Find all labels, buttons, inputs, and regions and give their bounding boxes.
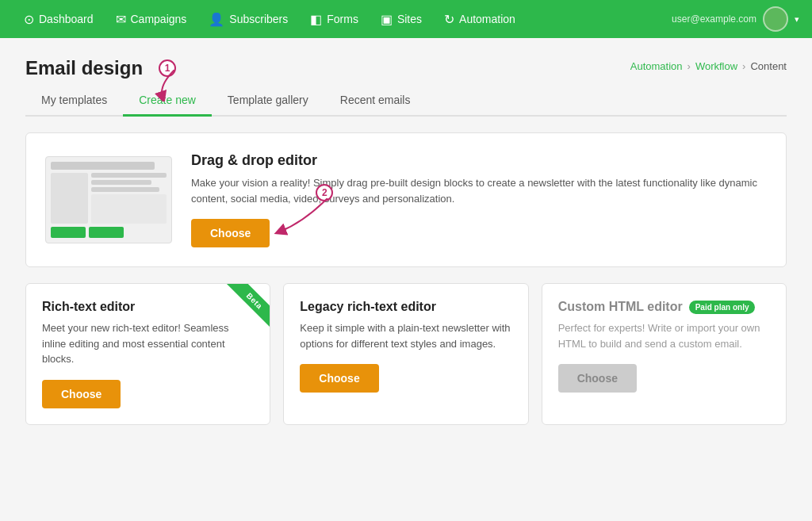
tab-my-templates[interactable]: My templates bbox=[25, 86, 123, 117]
user-email: user@example.com bbox=[672, 13, 756, 25]
drag-drop-card: Drag & drop editor Make your vision a re… bbox=[25, 132, 787, 267]
card-preview bbox=[45, 156, 172, 243]
bottom-cards-row: Beta Rich-text editor Meet your new rich… bbox=[25, 283, 787, 425]
choose-button-wrapper: Choose 2 bbox=[191, 219, 270, 247]
preview-bar-1 bbox=[51, 162, 155, 170]
custom-html-title: Custom HTML editor bbox=[558, 300, 683, 314]
custom-html-card: Custom HTML editor Paid plan only Perfec… bbox=[542, 283, 787, 425]
drag-drop-choose-button[interactable]: Choose bbox=[191, 219, 270, 247]
breadcrumb-automation[interactable]: Automation bbox=[630, 60, 683, 72]
chevron-down-icon: ▾ bbox=[795, 14, 799, 25]
drag-drop-desc: Make your vision a reality! Simply drag … bbox=[191, 175, 767, 206]
campaigns-icon: ✉ bbox=[116, 12, 126, 27]
drag-drop-title: Drag & drop editor bbox=[191, 152, 767, 169]
nav-forms[interactable]: ◧ Forms bbox=[299, 0, 370, 38]
preview-col-2 bbox=[91, 173, 167, 224]
custom-html-choose-button: Choose bbox=[558, 364, 637, 393]
nav-sites[interactable]: ▣ Sites bbox=[370, 0, 433, 38]
breadcrumb-content: Content bbox=[750, 60, 787, 72]
nav-dashboard[interactable]: ⊙ Dashboard bbox=[13, 0, 105, 38]
rich-text-choose-button[interactable]: Choose bbox=[42, 380, 121, 408]
tab-template-gallery[interactable]: Template gallery bbox=[212, 86, 324, 117]
user-menu[interactable]: user@example.com ▾ bbox=[672, 6, 799, 32]
navbar: ⊙ Dashboard ✉ Campaigns 👤 Subscribers ◧ … bbox=[0, 0, 812, 38]
automation-icon: ↻ bbox=[444, 12, 454, 27]
nav-campaigns[interactable]: ✉ Campaigns bbox=[105, 0, 198, 38]
avatar bbox=[763, 6, 788, 32]
subscribers-icon: 👤 bbox=[209, 12, 224, 27]
tab-create-new[interactable]: Create new bbox=[123, 86, 212, 117]
legacy-rich-text-title: Legacy rich-text editor bbox=[300, 300, 511, 314]
legacy-rich-text-desc: Keep it simple with a plain-text newslet… bbox=[300, 320, 511, 351]
breadcrumb-sep-2: › bbox=[742, 60, 745, 72]
breadcrumb: Automation › Workflow › Content bbox=[630, 60, 787, 72]
dashboard-icon: ⊙ bbox=[24, 12, 34, 27]
custom-html-desc: Perfect for experts! Write or import you… bbox=[558, 320, 770, 351]
paid-badge: Paid plan only bbox=[689, 301, 756, 314]
rich-text-card: Beta Rich-text editor Meet your new rich… bbox=[25, 283, 270, 425]
sites-icon: ▣ bbox=[381, 12, 393, 27]
preview-columns bbox=[51, 173, 167, 224]
forms-icon: ◧ bbox=[310, 12, 322, 27]
nav-automation[interactable]: ↻ Automation bbox=[433, 0, 527, 38]
page-wrapper: Email design Automation › Workflow › Con… bbox=[0, 38, 812, 444]
rich-text-desc: Meet your new rich-text editor! Seamless… bbox=[42, 320, 254, 367]
navbar-right: user@example.com ▾ bbox=[672, 6, 799, 32]
legacy-rich-text-choose-button[interactable]: Choose bbox=[300, 364, 378, 393]
rich-text-title: Rich-text editor bbox=[42, 300, 254, 314]
preview-buttons bbox=[51, 227, 167, 238]
legacy-rich-text-card: Legacy rich-text editor Keep it simple w… bbox=[283, 283, 528, 425]
preview-col-1 bbox=[51, 173, 88, 224]
tabs-container: My templates Create new Template gallery… bbox=[25, 86, 787, 117]
tab-recent-emails[interactable]: Recent emails bbox=[324, 86, 427, 117]
breadcrumb-workflow[interactable]: Workflow bbox=[695, 60, 737, 72]
custom-html-header: Custom HTML editor Paid plan only bbox=[558, 300, 770, 314]
drag-drop-content: Drag & drop editor Make your vision a re… bbox=[191, 152, 767, 247]
page-header: Email design Automation › Workflow › Con… bbox=[25, 57, 787, 79]
nav-subscribers[interactable]: 👤 Subscribers bbox=[197, 0, 299, 38]
main-content: Email design Automation › Workflow › Con… bbox=[0, 38, 812, 444]
breadcrumb-sep-1: › bbox=[688, 60, 691, 72]
tabs: My templates Create new Template gallery… bbox=[25, 86, 787, 117]
page-title: Email design bbox=[25, 57, 143, 79]
